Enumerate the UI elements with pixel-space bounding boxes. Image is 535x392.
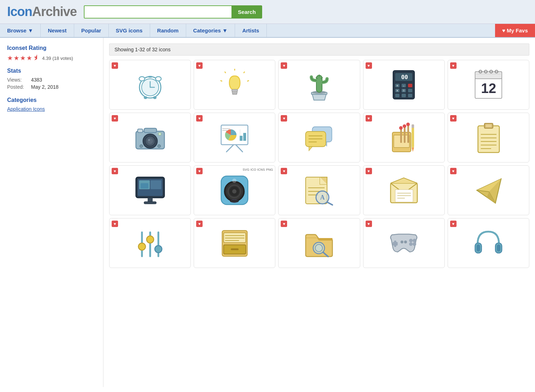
main: Iconset Rating ★ ★ ★ ★ ⯨ 4.39 (18 votes)… <box>0 38 535 387</box>
icon-card-presentation[interactable]: ♥ <box>194 113 275 163</box>
nav-categories[interactable]: Categories ▼ <box>186 24 235 37</box>
nav-my-favs[interactable]: ♥ My Favs <box>495 24 535 37</box>
svg-rect-31 <box>408 84 412 87</box>
icon-calculator: 00 + - × = <box>386 67 422 103</box>
icon-card-monitor[interactable]: ♥ <box>109 165 191 215</box>
header: IconArchive Search <box>0 0 535 24</box>
svg-point-152 <box>401 241 403 243</box>
svg-rect-65 <box>243 133 246 141</box>
svg-point-133 <box>138 243 146 250</box>
posted-value: May 2, 2018 <box>31 84 58 90</box>
icon-headphones <box>470 225 506 261</box>
format-tags: SVG ICO ICNS PNG <box>243 168 273 171</box>
svg-rect-77 <box>407 123 409 143</box>
fav-heart-20[interactable]: ♥ <box>450 221 457 227</box>
svg-rect-64 <box>240 136 243 141</box>
fav-heart-12[interactable]: ♥ <box>196 168 203 174</box>
rating-row: ★ ★ ★ ★ ⯨ 4.39 (18 votes) <box>7 54 96 62</box>
fav-heart-9[interactable]: ♥ <box>366 115 372 122</box>
icon-card-file-drawer[interactable]: ♥ <box>194 218 275 268</box>
fav-heart-5[interactable]: ♥ <box>450 62 457 69</box>
star-4: ★ <box>26 54 32 62</box>
nav-browse[interactable]: Browse ▼ <box>0 24 41 37</box>
fav-heart-18[interactable]: ♥ <box>281 221 287 227</box>
svg-rect-20 <box>316 75 322 92</box>
search-button[interactable]: Search <box>231 5 262 19</box>
icon-gamepad <box>386 225 422 261</box>
icon-card-cactus[interactable]: ♥ <box>278 60 360 110</box>
svg-point-78 <box>406 123 410 126</box>
svg-rect-88 <box>486 124 491 127</box>
icon-card-mail[interactable]: ♥ <box>363 165 445 215</box>
icon-card-folder-search[interactable]: ♥ <box>278 218 360 268</box>
svg-rect-109 <box>230 200 239 202</box>
nav-newest[interactable]: Newest <box>41 24 74 37</box>
svg-point-7 <box>153 96 157 99</box>
svg-rect-147 <box>393 242 398 246</box>
fav-heart-16[interactable]: ♥ <box>112 221 118 227</box>
svg-point-4 <box>139 77 145 81</box>
svg-point-82 <box>399 126 403 130</box>
logo-icon-text: Icon <box>7 4 32 19</box>
svg-text:-: - <box>403 84 404 88</box>
icon-card-calendar[interactable]: ♥ 12 <box>448 60 529 110</box>
fav-heart-7[interactable]: ♥ <box>196 115 203 122</box>
star-1: ★ <box>7 54 13 62</box>
nav-random[interactable]: Random <box>150 24 186 37</box>
fav-heart-6[interactable]: ♥ <box>112 115 118 122</box>
icon-card-chat[interactable]: ♥ <box>278 113 360 163</box>
icon-card-matchbox[interactable]: ♥ <box>363 113 445 163</box>
svg-rect-142 <box>231 248 239 250</box>
icon-card-gamepad[interactable]: ♥ <box>363 218 445 268</box>
icon-card-headphones[interactable]: ♥ <box>448 218 529 268</box>
sidebar: Iconset Rating ★ ★ ★ ★ ⯨ 4.39 (18 votes)… <box>0 38 103 387</box>
icon-card-camera[interactable]: ♥ <box>109 113 191 163</box>
svg-point-144 <box>315 244 322 252</box>
svg-line-119 <box>327 202 332 205</box>
star-3: ★ <box>20 54 26 62</box>
icon-card-clipboard[interactable]: ♥ <box>448 113 529 163</box>
nav-popular[interactable]: Popular <box>74 24 109 37</box>
star-2: ★ <box>14 54 19 62</box>
fav-heart-3[interactable]: ♥ <box>281 62 287 69</box>
svg-point-148 <box>409 239 413 242</box>
svg-rect-100 <box>144 202 156 204</box>
fav-heart-15[interactable]: ♥ <box>450 168 457 174</box>
fav-heart-14[interactable]: ♥ <box>366 168 372 174</box>
icon-card-font-search[interactable]: ♥ A <box>278 165 360 215</box>
icon-card-paper-plane[interactable]: ♥ <box>448 165 529 215</box>
icons-grid: ♥ <box>109 60 529 268</box>
fav-heart-1[interactable]: ♥ <box>112 62 118 69</box>
icon-card-music-player[interactable]: ♥ SVG ICO ICNS PNG <box>194 165 275 215</box>
fav-heart-11[interactable]: ♥ <box>112 168 118 174</box>
icon-card-alarm-clock[interactable]: ♥ <box>109 60 191 110</box>
nav-artists[interactable]: Artists <box>235 24 267 37</box>
search-container: Search <box>84 5 262 19</box>
rating-title: Iconset Rating <box>7 45 96 51</box>
nav-svg-icons[interactable]: SVG icons <box>109 24 150 37</box>
svg-rect-37 <box>395 94 399 97</box>
icon-matchbox <box>386 120 422 155</box>
search-input[interactable] <box>84 5 231 19</box>
icon-card-light-bulb[interactable]: ♥ <box>194 60 275 110</box>
icon-clipboard <box>470 120 506 155</box>
fav-heart-4[interactable]: ♥ <box>366 62 372 69</box>
fav-heart-8[interactable]: ♥ <box>281 115 287 122</box>
fav-heart-10[interactable]: ♥ <box>450 115 457 122</box>
svg-line-11 <box>247 81 249 81</box>
fav-heart-13[interactable]: ♥ <box>281 168 287 174</box>
svg-point-54 <box>148 139 150 141</box>
fav-heart-2[interactable]: ♥ <box>196 62 203 69</box>
svg-point-105 <box>232 189 236 194</box>
svg-text:=: = <box>403 89 405 93</box>
icon-card-calculator[interactable]: ♥ 00 + - × <box>363 60 445 110</box>
category-application-icons[interactable]: Application Icons <box>7 106 45 112</box>
svg-point-110 <box>232 179 236 183</box>
icon-card-sliders[interactable]: ♥ <box>109 218 191 268</box>
svg-point-57 <box>158 145 160 148</box>
fav-heart-17[interactable]: ♥ <box>196 221 203 227</box>
fav-heart-19[interactable]: ♥ <box>366 221 372 227</box>
logo: IconArchive <box>7 4 77 19</box>
icon-alarm-clock <box>132 67 168 103</box>
icon-camera <box>132 120 168 155</box>
